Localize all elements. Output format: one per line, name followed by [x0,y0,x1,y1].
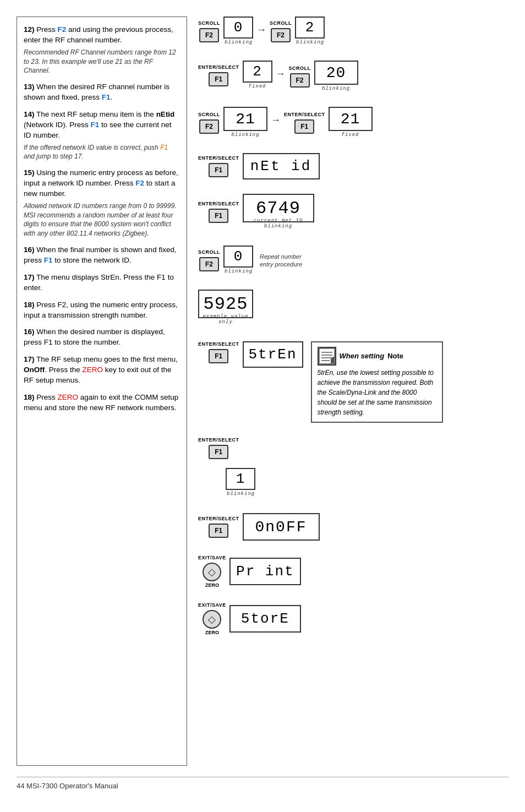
page-footer: 44 MSI-7300 Operator's Manual [17,777,508,790]
btn-f1-8[interactable]: F1 [209,349,228,363]
diag-col-disp8: 5trEn [243,341,303,368]
btn-label-scroll-1b: SCROLL [270,20,292,26]
display-val-12: Pr int [236,563,294,580]
main-content: 12) Press F2 and using the previous proc… [17,17,508,766]
display-3b: 21 fixed [329,107,373,131]
step-num-12: 12) [24,25,35,34]
step14-f1: F1 [91,121,100,129]
step-16: 16) When the final number is shown and f… [24,245,180,266]
step-18: 18) Press F2, using the numeric entry pr… [24,300,180,321]
display-label-3b: fixed [330,132,371,138]
btn-label-scroll-3a: SCROLL [198,112,220,117]
diag-col-disp1a: 0 blinking [223,17,253,46]
diag-row-3: SCROLL F2 21 blinking → ENTER/SELECT F1 [198,107,508,139]
diag-row-4: ENTER/SELECT F1 nEt id [198,153,508,179]
display-11: 0n0FF [243,513,320,541]
display-13: 5torE [229,605,301,633]
arrow-3: → [271,115,281,126]
display-val-1a: 0 [234,19,243,36]
btn-f1-4[interactable]: F1 [209,163,228,177]
display-1a: 0 blinking [223,17,253,39]
btn-label-scroll-6: SCROLL [198,249,220,255]
display-5: 6749 current Net ID blinking [243,194,314,222]
diag-col-disp13: 5torE [229,605,301,633]
display-val-11: 0n0FF [255,519,307,536]
display-val-3b: 21 [341,111,360,128]
arrow-1: → [256,24,266,36]
btn-label-exit-12: EXIT/SAVE [198,555,226,560]
diag-col-btn3b: ENTER/SELECT F1 [284,112,325,134]
page: 12) Press F2 and using the previous proc… [0,0,525,812]
note-text-6: Repeat number entry procedure [260,253,315,269]
btn-f2-2b[interactable]: F2 [290,73,310,88]
btn-f1-5[interactable]: F1 [209,209,228,223]
diag-col-disp11: 0n0FF [243,513,320,541]
btn-f2-3a[interactable]: F2 [199,119,219,134]
diag-col-btn13: EXIT/SAVE ◇ ZERO [198,602,226,635]
diag-col-disp5: 6749 current Net ID blinking [243,194,314,230]
btn-label-scroll-2b: SCROLL [289,66,311,71]
diag-pair-2a: ENTER/SELECT F1 2 fixed [198,61,272,90]
display-label-2b: blinking [315,86,357,91]
diag-row-5: ENTER/SELECT F1 6749 current Net ID blin… [198,194,508,230]
step12-f2: F2 [58,25,67,34]
btn-label-enter-9: ENTER/SELECT [198,437,239,443]
diagrams-panel: SCROLL F2 0 blinking → SCROLL F2 [193,17,508,766]
display-label-1b: blinking [296,40,324,45]
btn-f1-2a[interactable]: F1 [209,72,228,86]
diag-col-btn6: SCROLL F2 [198,249,220,271]
btn-zero-label-13: ZERO [205,630,219,635]
display-val-6: 0 [234,248,243,265]
diamond-icon-13: ◇ [208,613,216,625]
btn-f1-11[interactable]: F1 [209,524,228,538]
btn-f1-3b[interactable]: F1 [294,119,314,134]
diag-col-disp2a: 2 fixed [243,61,272,90]
diag-row-2: ENTER/SELECT F1 2 fixed → SCROLL F2 [198,61,508,92]
diag-col-disp10: 1 blinking [226,468,255,498]
btn-f2-6[interactable]: F2 [199,257,219,271]
diag-pair-2b: SCROLL F2 20 blinking [289,61,358,92]
btn-zero-13[interactable]: ◇ [203,610,221,629]
diag-pair-3b: ENTER/SELECT F1 21 fixed [284,107,373,139]
display-7: 5925 example value only [198,290,253,318]
diag-col-btn4: ENTER/SELECT F1 [198,155,239,177]
diamond-icon-12: ◇ [208,566,216,578]
display-val-10: 1 [236,471,245,487]
step-16b: 16) When the desired number is displayed… [24,327,180,348]
instructions-panel: 12) Press F2 and using the previous proc… [17,17,187,766]
display-label-10: blinking [227,491,254,497]
display-val-2a: 2 [253,63,262,80]
arrow-2: → [276,68,286,80]
diag-row-8: ENTER/SELECT F1 5trEn [198,341,508,423]
step17b-onoff: OnOff [24,366,45,374]
diag-col-disp7: 5925 example value only [198,290,253,326]
diag-col-btn9: ENTER/SELECT F1 [198,437,239,459]
step15-f2: F2 [135,179,144,187]
display-val-3a: 21 [236,111,255,128]
diag-col-btn12: EXIT/SAVE ◇ ZERO [198,555,226,588]
step13-f1: F1 [102,93,111,101]
btn-zero-label-12: ZERO [205,582,219,588]
btn-f2-1b[interactable]: F2 [271,28,291,42]
note-title-8: When setting [340,351,385,362]
note-box-8: When setting Note 5trEn, use the lowest … [311,341,443,423]
display-8: 5trEn [243,341,303,368]
btn-f2-1a[interactable]: F2 [199,28,219,42]
step-num-14: 14) [24,110,35,118]
diag-pair-3a: SCROLL F2 21 blinking [198,107,267,139]
btn-label-enter-2a: ENTER/SELECT [198,64,239,70]
diag-col-disp3b: 21 fixed [329,107,373,139]
step-num-16: 16) [24,246,35,254]
display-val-4: nEt id [250,158,312,175]
note-icon-8 [318,347,336,366]
display-2a: 2 fixed [243,61,272,83]
display-6: 0 blinking [223,246,253,268]
display-val-8: 5trEn [249,346,297,363]
display-label-6: blinking [225,269,252,274]
step-num-17: 17) [24,273,35,281]
btn-label-enter-3b: ENTER/SELECT [284,112,325,117]
btn-f1-9[interactable]: F1 [209,445,228,459]
btn-zero-12[interactable]: ◇ [203,563,221,581]
step-18b: 18) Press ZERO again to exit the COMM se… [24,393,180,413]
diag-row-11: ENTER/SELECT F1 0n0FF [198,513,508,541]
